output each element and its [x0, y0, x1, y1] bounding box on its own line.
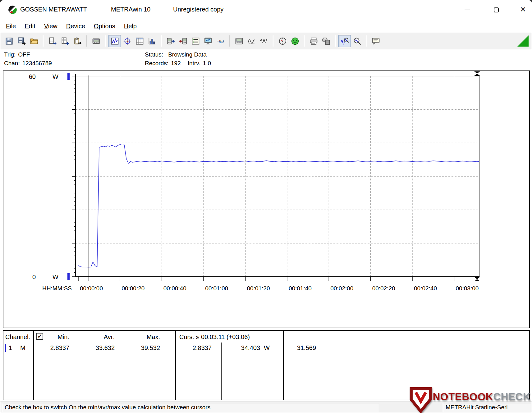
- svg-text:=f(x): =f(x): [217, 39, 224, 43]
- toolbar-sequence-button[interactable]: [189, 35, 202, 47]
- acquisition-status: Status:Browsing Data: [145, 51, 207, 58]
- filter-high-icon: [260, 37, 268, 45]
- toolbar-gauge-button[interactable]: [276, 35, 289, 47]
- row-delta-value: 31.569: [290, 344, 316, 352]
- records-value: 192: [171, 60, 181, 66]
- trig-label: Trig:: [4, 51, 16, 58]
- toolbar-print-preview-button[interactable]: [320, 35, 332, 47]
- toolbar-status-smiley-button[interactable]: [289, 35, 301, 47]
- x-tick-label: 00:02:00: [330, 285, 353, 292]
- toolbar-annotation-button[interactable]: [369, 35, 382, 47]
- y-unit-top: W: [53, 73, 58, 80]
- device-display-icon: [92, 37, 100, 45]
- toolbar-separator: [335, 35, 336, 47]
- minimize-button[interactable]: [458, 3, 476, 17]
- row-unit: W: [264, 344, 270, 352]
- resize-grip-icon[interactable]: [517, 35, 529, 47]
- trend-chart[interactable]: 00:00:0000:00:2000:00:4000:01:0000:01:20…: [3, 71, 529, 328]
- cursor2-top-handle[interactable]: [474, 71, 480, 76]
- toolbar-separator: [273, 35, 273, 47]
- toolbar-separator: [229, 35, 230, 47]
- trig-value: OFF: [18, 51, 30, 58]
- maximize-button[interactable]: [488, 3, 505, 17]
- toolbar-separator: [304, 35, 305, 47]
- header-max: Max:: [131, 334, 160, 341]
- toolbar-separator: [105, 35, 106, 47]
- toolbar-trend-view-button[interactable]: [108, 35, 121, 47]
- row-max-value: 39.532: [131, 344, 160, 352]
- toolbar-export-clipboard-button[interactable]: [71, 35, 84, 47]
- close-button[interactable]: ×: [514, 3, 532, 17]
- records-label: Records:: [145, 60, 168, 66]
- row-cursor2-value: 34.403: [232, 344, 260, 352]
- close-icon: ×: [520, 5, 526, 14]
- device-download-icon: [179, 37, 187, 45]
- toolbar-export-text-button[interactable]: [46, 35, 59, 47]
- toolbar-statistics-view-button[interactable]: [146, 35, 158, 47]
- channel-marker-bottom: [67, 273, 70, 280]
- sequence-icon: [191, 37, 200, 45]
- row-cursor1-value: 2.8337: [183, 344, 212, 352]
- trend-chart-host: 00:00:0000:00:2000:00:4000:01:0000:01:20…: [3, 71, 529, 329]
- menu-file[interactable]: File: [2, 20, 20, 32]
- toolbar-export-csv-button[interactable]: [59, 35, 71, 47]
- xy-view-icon: [123, 37, 131, 45]
- save-icon: [5, 37, 13, 45]
- table-divider: [221, 343, 222, 400]
- minimize-icon: [465, 10, 470, 10]
- maximize-icon: [494, 7, 499, 12]
- cursor2-bottom-handle[interactable]: [474, 277, 480, 281]
- chart-panel[interactable]: 00:00:0000:00:2000:00:4000:01:0000:01:20…: [3, 70, 530, 328]
- y-unit-bottom: W: [53, 274, 58, 280]
- notebookcheck-logo-icon: [409, 387, 433, 413]
- zoom-reset-icon: [353, 37, 361, 45]
- save-report-icon: [17, 37, 26, 45]
- table-divider: [283, 331, 284, 400]
- x-tick-label: 00:02:40: [414, 285, 437, 292]
- row-avr-value: 33.632: [86, 344, 115, 352]
- status-label: Status:: [145, 51, 163, 58]
- filter-low-icon: [247, 37, 256, 45]
- toolbar-print-button[interactable]: [307, 35, 320, 47]
- toolbar-device-display-button[interactable]: [90, 35, 102, 47]
- x-tick-label: 00:01:20: [247, 285, 270, 292]
- header-channel: Channel:: [5, 334, 30, 341]
- toolbar-zoom-signal-button[interactable]: [338, 35, 351, 47]
- channel-marker-top: [67, 73, 70, 80]
- toolbar-filter-high-button[interactable]: [258, 35, 270, 47]
- x-axis-label: HH:MM:SS: [42, 285, 72, 292]
- export-clipboard-icon: [73, 37, 82, 45]
- interval-label: Intrv.: [188, 60, 200, 66]
- menu-device[interactable]: Device: [62, 20, 89, 32]
- meter-display-icon: [235, 37, 243, 45]
- notebookcheck-watermark: NOTEBOOKCHECK: [409, 387, 530, 413]
- toolbar-device-settings-button[interactable]: [164, 35, 177, 47]
- zoom-signal-icon: [341, 37, 349, 45]
- toolbar-open-button[interactable]: [28, 35, 40, 47]
- toolbar-table-view-button[interactable]: [133, 35, 146, 47]
- toolbar-save-button[interactable]: [3, 35, 15, 47]
- menu-view[interactable]: View: [40, 20, 62, 32]
- toolbar-separator: [161, 35, 162, 47]
- header-min: Min:: [41, 334, 69, 341]
- menu-help[interactable]: Help: [120, 20, 141, 32]
- export-text-icon: [48, 37, 57, 45]
- toolbar-xy-view-button[interactable]: [121, 35, 133, 47]
- title-bar: GOSSEN METRAWATT METRAwin 10 Unregistere…: [0, 0, 532, 20]
- toolbar-device-download-button[interactable]: [177, 35, 189, 47]
- x-tick-label: 00:01:00: [205, 285, 228, 292]
- toolbar-separator: [366, 35, 367, 47]
- toolbar-meter-display-button[interactable]: [233, 35, 245, 47]
- menu-options[interactable]: Options: [89, 20, 120, 32]
- toolbar-monitor-view-button[interactable]: [202, 35, 214, 47]
- x-tick-label: 00:03:00: [456, 285, 479, 292]
- toolbar-save-report-button[interactable]: [15, 35, 28, 47]
- toolbar-filter-low-button[interactable]: [245, 35, 258, 47]
- channel-status: Chan:123456789: [4, 60, 52, 67]
- menu-edit[interactable]: Edit: [20, 20, 39, 32]
- print-icon: [310, 37, 318, 45]
- header-cursor-readout: Curs: » 00:03:11 (+03:06): [179, 334, 250, 341]
- y-max-label: 60: [29, 73, 36, 80]
- toolbar-formula-button[interactable]: =f(x): [214, 35, 227, 47]
- toolbar-zoom-reset-button[interactable]: [351, 35, 363, 47]
